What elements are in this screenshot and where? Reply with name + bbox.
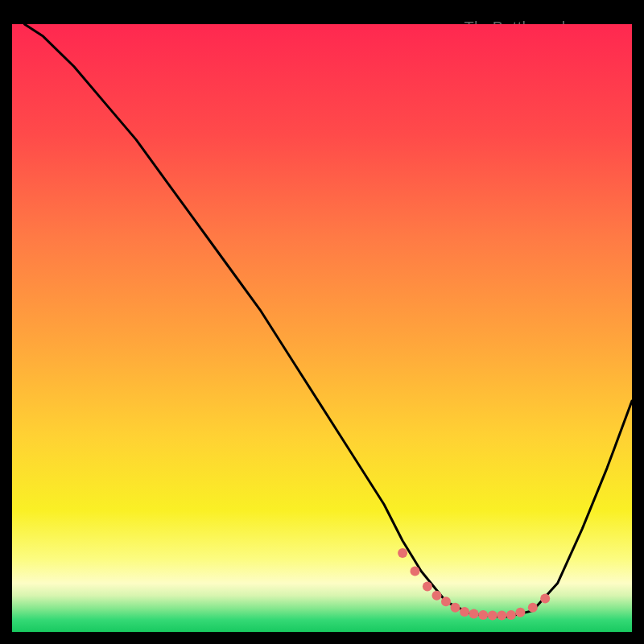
optimal-marker bbox=[515, 608, 525, 617]
optimal-marker bbox=[460, 607, 469, 617]
optimal-marker bbox=[478, 610, 488, 620]
optimal-marker bbox=[469, 609, 479, 618]
optimal-marker bbox=[506, 610, 516, 620]
optimal-marker bbox=[441, 597, 451, 606]
optimal-marker bbox=[488, 611, 497, 621]
optimal-marker bbox=[411, 567, 420, 576]
optimal-marker bbox=[398, 548, 407, 558]
gradient-background bbox=[12, 24, 632, 632]
optimal-marker bbox=[497, 611, 506, 621]
optimal-marker bbox=[451, 603, 460, 613]
bottleneck-chart: TheBottlenecker.com bbox=[12, 12, 632, 632]
plot-area bbox=[12, 24, 632, 632]
optimal-marker bbox=[528, 603, 538, 613]
optimal-marker bbox=[540, 594, 550, 604]
optimal-marker bbox=[432, 591, 442, 601]
optimal-marker bbox=[423, 581, 432, 591]
chart-svg bbox=[12, 24, 632, 632]
